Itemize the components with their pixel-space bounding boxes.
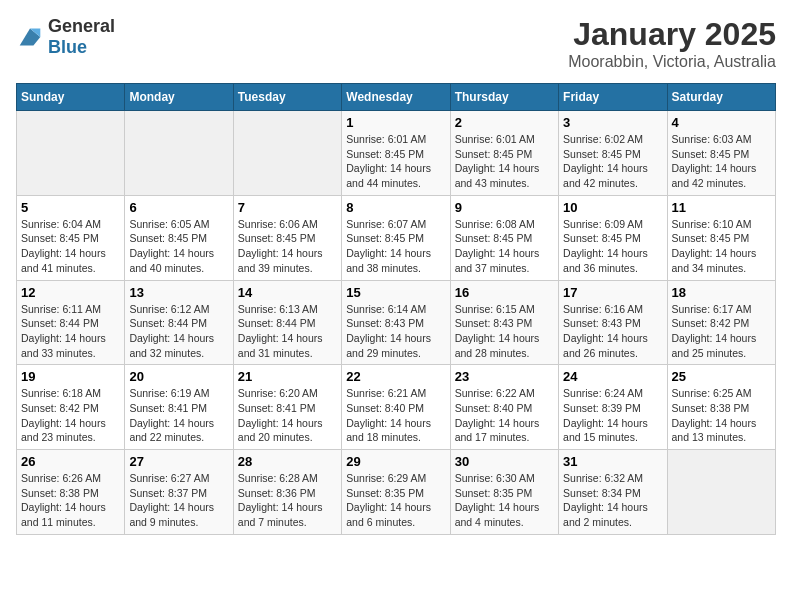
day-number: 7 xyxy=(238,200,337,215)
calendar-cell: 25Sunrise: 6:25 AMSunset: 8:38 PMDayligh… xyxy=(667,365,775,450)
day-info: Sunrise: 6:05 AMSunset: 8:45 PMDaylight:… xyxy=(129,217,228,276)
day-info: Sunrise: 6:25 AMSunset: 8:38 PMDaylight:… xyxy=(672,386,771,445)
calendar-week-4: 19Sunrise: 6:18 AMSunset: 8:42 PMDayligh… xyxy=(17,365,776,450)
day-number: 11 xyxy=(672,200,771,215)
day-number: 20 xyxy=(129,369,228,384)
day-number: 19 xyxy=(21,369,120,384)
day-info: Sunrise: 6:02 AMSunset: 8:45 PMDaylight:… xyxy=(563,132,662,191)
calendar-cell: 15Sunrise: 6:14 AMSunset: 8:43 PMDayligh… xyxy=(342,280,450,365)
calendar-cell: 12Sunrise: 6:11 AMSunset: 8:44 PMDayligh… xyxy=(17,280,125,365)
weekday-header-monday: Monday xyxy=(125,84,233,111)
calendar-table: SundayMondayTuesdayWednesdayThursdayFrid… xyxy=(16,83,776,535)
calendar-week-3: 12Sunrise: 6:11 AMSunset: 8:44 PMDayligh… xyxy=(17,280,776,365)
calendar-cell: 26Sunrise: 6:26 AMSunset: 8:38 PMDayligh… xyxy=(17,450,125,535)
calendar-cell: 9Sunrise: 6:08 AMSunset: 8:45 PMDaylight… xyxy=(450,195,558,280)
day-number: 27 xyxy=(129,454,228,469)
day-info: Sunrise: 6:29 AMSunset: 8:35 PMDaylight:… xyxy=(346,471,445,530)
day-info: Sunrise: 6:20 AMSunset: 8:41 PMDaylight:… xyxy=(238,386,337,445)
weekday-header-row: SundayMondayTuesdayWednesdayThursdayFrid… xyxy=(17,84,776,111)
day-info: Sunrise: 6:19 AMSunset: 8:41 PMDaylight:… xyxy=(129,386,228,445)
day-info: Sunrise: 6:12 AMSunset: 8:44 PMDaylight:… xyxy=(129,302,228,361)
day-info: Sunrise: 6:04 AMSunset: 8:45 PMDaylight:… xyxy=(21,217,120,276)
title-block: January 2025 Moorabbin, Victoria, Austra… xyxy=(568,16,776,71)
day-number: 23 xyxy=(455,369,554,384)
calendar-cell: 8Sunrise: 6:07 AMSunset: 8:45 PMDaylight… xyxy=(342,195,450,280)
calendar-cell: 30Sunrise: 6:30 AMSunset: 8:35 PMDayligh… xyxy=(450,450,558,535)
calendar-cell: 18Sunrise: 6:17 AMSunset: 8:42 PMDayligh… xyxy=(667,280,775,365)
day-number: 16 xyxy=(455,285,554,300)
calendar-cell: 21Sunrise: 6:20 AMSunset: 8:41 PMDayligh… xyxy=(233,365,341,450)
day-number: 28 xyxy=(238,454,337,469)
day-number: 4 xyxy=(672,115,771,130)
calendar-cell xyxy=(233,111,341,196)
day-info: Sunrise: 6:32 AMSunset: 8:34 PMDaylight:… xyxy=(563,471,662,530)
day-number: 8 xyxy=(346,200,445,215)
calendar-cell: 31Sunrise: 6:32 AMSunset: 8:34 PMDayligh… xyxy=(559,450,667,535)
day-info: Sunrise: 6:18 AMSunset: 8:42 PMDaylight:… xyxy=(21,386,120,445)
day-number: 25 xyxy=(672,369,771,384)
weekday-header-thursday: Thursday xyxy=(450,84,558,111)
calendar-cell: 7Sunrise: 6:06 AMSunset: 8:45 PMDaylight… xyxy=(233,195,341,280)
calendar-cell: 10Sunrise: 6:09 AMSunset: 8:45 PMDayligh… xyxy=(559,195,667,280)
day-number: 10 xyxy=(563,200,662,215)
day-number: 22 xyxy=(346,369,445,384)
day-info: Sunrise: 6:03 AMSunset: 8:45 PMDaylight:… xyxy=(672,132,771,191)
day-number: 9 xyxy=(455,200,554,215)
calendar-header: SundayMondayTuesdayWednesdayThursdayFrid… xyxy=(17,84,776,111)
day-number: 21 xyxy=(238,369,337,384)
calendar-cell: 16Sunrise: 6:15 AMSunset: 8:43 PMDayligh… xyxy=(450,280,558,365)
day-info: Sunrise: 6:27 AMSunset: 8:37 PMDaylight:… xyxy=(129,471,228,530)
weekday-header-saturday: Saturday xyxy=(667,84,775,111)
day-info: Sunrise: 6:08 AMSunset: 8:45 PMDaylight:… xyxy=(455,217,554,276)
calendar-cell: 20Sunrise: 6:19 AMSunset: 8:41 PMDayligh… xyxy=(125,365,233,450)
calendar-cell: 13Sunrise: 6:12 AMSunset: 8:44 PMDayligh… xyxy=(125,280,233,365)
day-info: Sunrise: 6:01 AMSunset: 8:45 PMDaylight:… xyxy=(455,132,554,191)
day-number: 13 xyxy=(129,285,228,300)
weekday-header-friday: Friday xyxy=(559,84,667,111)
logo: General Blue xyxy=(16,16,115,58)
day-info: Sunrise: 6:17 AMSunset: 8:42 PMDaylight:… xyxy=(672,302,771,361)
calendar-cell: 6Sunrise: 6:05 AMSunset: 8:45 PMDaylight… xyxy=(125,195,233,280)
day-info: Sunrise: 6:15 AMSunset: 8:43 PMDaylight:… xyxy=(455,302,554,361)
day-info: Sunrise: 6:09 AMSunset: 8:45 PMDaylight:… xyxy=(563,217,662,276)
day-number: 24 xyxy=(563,369,662,384)
day-number: 30 xyxy=(455,454,554,469)
calendar-cell: 4Sunrise: 6:03 AMSunset: 8:45 PMDaylight… xyxy=(667,111,775,196)
day-info: Sunrise: 6:21 AMSunset: 8:40 PMDaylight:… xyxy=(346,386,445,445)
logo-text: General Blue xyxy=(48,16,115,58)
calendar-cell: 24Sunrise: 6:24 AMSunset: 8:39 PMDayligh… xyxy=(559,365,667,450)
page-header: General Blue January 2025 Moorabbin, Vic… xyxy=(16,16,776,71)
day-number: 12 xyxy=(21,285,120,300)
day-number: 26 xyxy=(21,454,120,469)
weekday-header-sunday: Sunday xyxy=(17,84,125,111)
day-info: Sunrise: 6:10 AMSunset: 8:45 PMDaylight:… xyxy=(672,217,771,276)
day-number: 29 xyxy=(346,454,445,469)
day-info: Sunrise: 6:24 AMSunset: 8:39 PMDaylight:… xyxy=(563,386,662,445)
day-info: Sunrise: 6:07 AMSunset: 8:45 PMDaylight:… xyxy=(346,217,445,276)
day-number: 6 xyxy=(129,200,228,215)
calendar-cell: 11Sunrise: 6:10 AMSunset: 8:45 PMDayligh… xyxy=(667,195,775,280)
day-number: 15 xyxy=(346,285,445,300)
day-info: Sunrise: 6:11 AMSunset: 8:44 PMDaylight:… xyxy=(21,302,120,361)
day-info: Sunrise: 6:14 AMSunset: 8:43 PMDaylight:… xyxy=(346,302,445,361)
calendar-cell: 3Sunrise: 6:02 AMSunset: 8:45 PMDaylight… xyxy=(559,111,667,196)
day-number: 31 xyxy=(563,454,662,469)
calendar-cell: 1Sunrise: 6:01 AMSunset: 8:45 PMDaylight… xyxy=(342,111,450,196)
calendar-cell: 17Sunrise: 6:16 AMSunset: 8:43 PMDayligh… xyxy=(559,280,667,365)
day-info: Sunrise: 6:22 AMSunset: 8:40 PMDaylight:… xyxy=(455,386,554,445)
day-number: 14 xyxy=(238,285,337,300)
calendar-cell xyxy=(17,111,125,196)
calendar-week-1: 1Sunrise: 6:01 AMSunset: 8:45 PMDaylight… xyxy=(17,111,776,196)
calendar-cell: 22Sunrise: 6:21 AMSunset: 8:40 PMDayligh… xyxy=(342,365,450,450)
day-number: 1 xyxy=(346,115,445,130)
logo-general: General xyxy=(48,16,115,36)
weekday-header-wednesday: Wednesday xyxy=(342,84,450,111)
day-info: Sunrise: 6:06 AMSunset: 8:45 PMDaylight:… xyxy=(238,217,337,276)
calendar-cell: 2Sunrise: 6:01 AMSunset: 8:45 PMDaylight… xyxy=(450,111,558,196)
weekday-header-tuesday: Tuesday xyxy=(233,84,341,111)
calendar-week-5: 26Sunrise: 6:26 AMSunset: 8:38 PMDayligh… xyxy=(17,450,776,535)
calendar-cell: 14Sunrise: 6:13 AMSunset: 8:44 PMDayligh… xyxy=(233,280,341,365)
calendar-week-2: 5Sunrise: 6:04 AMSunset: 8:45 PMDaylight… xyxy=(17,195,776,280)
day-info: Sunrise: 6:01 AMSunset: 8:45 PMDaylight:… xyxy=(346,132,445,191)
day-info: Sunrise: 6:13 AMSunset: 8:44 PMDaylight:… xyxy=(238,302,337,361)
